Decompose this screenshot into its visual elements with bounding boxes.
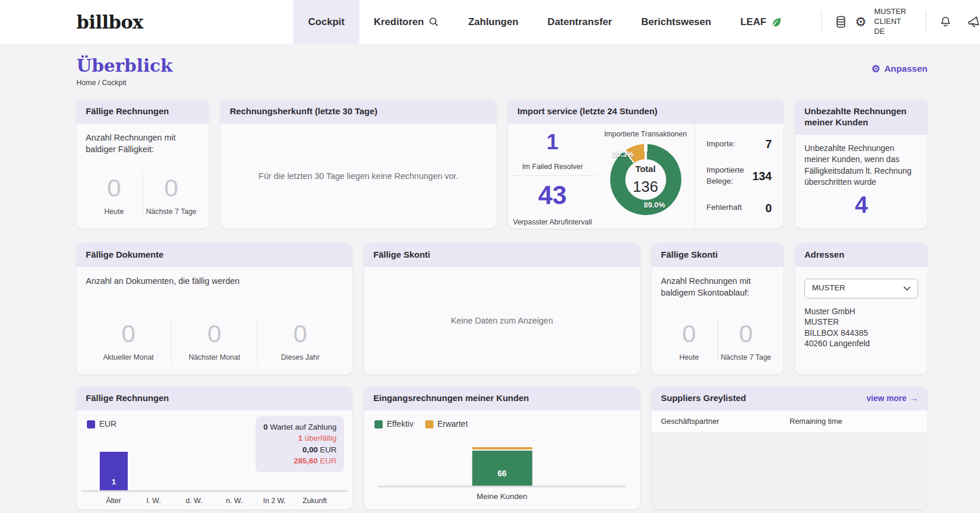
page-header: Überblick Home / Cockpit ⚙ Anpassen	[76, 55, 928, 87]
legend-swatch	[374, 420, 383, 428]
count-label: Dieses Jahr	[258, 353, 343, 363]
nav-tab-datentransfer[interactable]: Datentransfer	[533, 0, 627, 44]
detail-row: Importe: 7	[706, 136, 772, 152]
card-title: Fällige Rechnungen	[76, 386, 352, 410]
nav-tab-zahlungen[interactable]: Zahlungen	[454, 0, 533, 44]
nav-tab-leaf[interactable]: LEAF	[726, 0, 796, 44]
bar-segment-effektiv: 66	[472, 451, 532, 486]
import-stats: 1 Im Failed Resolver 43 Verpasster Abruf…	[508, 124, 597, 229]
top-nav: billbox Cockpit Kreditoren Zahlungen Dat…	[0, 0, 980, 44]
count-item: 0 Nächster Monat	[171, 318, 257, 364]
count-value: 0	[172, 320, 257, 347]
address-select-value: MUSTER	[812, 283, 845, 294]
card-title: Fällige Rechnungen	[76, 100, 209, 124]
donut-title: Importierte Transaktionen	[604, 129, 687, 140]
nav-tabs: Cockpit Kreditoren Zahlungen Datentransf…	[293, 0, 796, 44]
bar-segment-erwartet	[472, 447, 532, 449]
nav-tab-berichtswesen[interactable]: Berichtswesen	[626, 0, 726, 44]
stat-label: Verpasster Abrufintervall	[508, 217, 597, 228]
nav-tab-label: Cockpit	[308, 16, 344, 28]
card-title: Fällige Skonti	[364, 243, 640, 267]
column-header-remaining-time: Remaining time	[790, 416, 919, 427]
address-line: BILLBOX 844385	[804, 328, 918, 338]
x-axis-line	[81, 490, 348, 492]
import-details: Importe: 7 Importierte Belege: 134 Fehle…	[695, 124, 783, 229]
bar-value-label: 66	[498, 468, 507, 480]
card-title: Fällige Dokumente	[76, 243, 352, 267]
client-name: MUSTER CLIENT DE	[874, 7, 913, 37]
count-item: 0 Dieses Jahr	[257, 318, 343, 364]
leaf-icon	[771, 16, 782, 28]
card-description: Anzahl Rechnungen mit baldiger Fälligkei…	[86, 132, 200, 156]
settings-gear-icon[interactable]: ⚙	[851, 12, 871, 32]
chevron-down-icon	[904, 286, 911, 291]
billbox-logo[interactable]: billbox	[76, 12, 143, 33]
chart-legend: EUR	[87, 419, 117, 430]
detail-row: Importierte Belege: 134	[706, 165, 772, 187]
stat-missed-interval: 43 Verpasster Abrufintervall	[508, 176, 597, 229]
x-axis-labels: Älter l. W. d. W. n. W. In 2 W. Zukunft	[93, 496, 335, 507]
search-icon	[428, 16, 439, 27]
infobox-line: 285,60 EUR	[263, 455, 337, 467]
card-faellige-skonti-empty: Fällige Skonti Keine Daten zum Anzeigen	[364, 243, 640, 374]
detail-label: Fehlerhaft	[706, 202, 742, 213]
address-select[interactable]: MUSTER	[804, 279, 918, 298]
notifications-bell-icon[interactable]	[936, 12, 956, 32]
nav-tab-kreditoren[interactable]: Kreditoren	[359, 0, 454, 44]
unpaid-count-value: 4	[804, 188, 918, 221]
card-description: Anzahl an Dokumenten, die fällig werden	[86, 275, 343, 287]
chart-legend: Effektiv Erwartet	[374, 419, 468, 430]
card-rechnungsherkunft: Rechnungsherkunft (letzte 30 Tage) Für d…	[220, 100, 496, 229]
gear-icon: ⚙	[872, 64, 880, 74]
address-line: Muster GmbH	[804, 306, 918, 317]
payment-status-infobox: 0 Wartet auf Zahlung 1 überfällig 0,00 E…	[256, 416, 344, 472]
nav-divider	[821, 10, 822, 34]
count-item: 0 Nächste 7 Tage	[718, 318, 775, 364]
donut-center-label: Total	[635, 163, 656, 175]
card-title: Fällige Skonti	[652, 243, 783, 267]
table-header-row: Geschäftspartner Remaining time	[652, 410, 928, 433]
counts: 0 Heute 0 Nächste 7 Tage	[86, 172, 200, 220]
card-title: Import service (letzte 24 Stunden)	[508, 100, 783, 124]
donut-total-value: 136	[633, 176, 658, 197]
count-value: 0	[143, 174, 200, 202]
stat-value: 1	[547, 127, 559, 157]
card-adressen: Adressen MUSTER Muster GmbH MUSTER BILLB…	[795, 243, 928, 374]
count-item: 0 Heute	[661, 318, 718, 364]
stat-value: 43	[538, 177, 567, 213]
count-value: 0	[718, 320, 775, 347]
card-title: Eingangsrechnungen meiner Kunden	[364, 386, 640, 410]
bar-meine-kunden[interactable]: 66	[472, 447, 532, 486]
address-line: MUSTER	[804, 317, 918, 327]
detail-value: 134	[752, 168, 772, 184]
legend-item-erwartet: Erwartet	[425, 419, 468, 430]
count-item: 0 Nächste 7 Tage	[142, 172, 200, 218]
announcements-megaphone-icon[interactable]	[964, 12, 980, 32]
count-label: Aktueller Monat	[86, 353, 171, 363]
card-title: Unbezahlte Rechnungen meiner Kunden	[795, 100, 928, 135]
breadcrumb[interactable]: Home / Cockpit	[76, 79, 173, 87]
donut-slice-label-orange: 10.3%	[612, 149, 634, 160]
view-more-link[interactable]: view more →	[867, 393, 918, 404]
x-tick-label: d. W.	[174, 496, 214, 507]
nav-tab-cockpit[interactable]: Cockpit	[293, 0, 359, 44]
bar-value-label: 1	[111, 477, 116, 488]
imported-transactions-donut-chart[interactable]: Total 136 89.0% 10.3%	[610, 144, 681, 215]
nav-tab-label: Kreditoren	[374, 16, 424, 28]
infobox-line: 0 Wartet auf Zahlung	[263, 421, 337, 433]
card-title: Suppliers Greylisted	[661, 393, 746, 404]
card-title: Rechnungsherkunft (letzte 30 Tage)	[220, 100, 496, 124]
card-suppliers-greylisted: Suppliers Greylisted view more → Geschäf…	[652, 386, 928, 510]
nav-right-group: ⚙ MUSTER CLIENT DE SK	[812, 0, 980, 44]
customize-button[interactable]: ⚙ Anpassen	[872, 64, 928, 74]
address-line: 40260 Langenfeld	[804, 338, 918, 349]
x-tick-label: n. W.	[214, 496, 254, 507]
bar-aelter[interactable]: 1	[100, 452, 128, 490]
legend-label: Erwartet	[438, 419, 468, 430]
count-label: Heute	[86, 207, 142, 217]
detail-label: Importe:	[706, 139, 736, 150]
card-faellige-rechnungen: Fällige Rechnungen Anzahl Rechnungen mit…	[76, 100, 209, 229]
database-icon[interactable]	[831, 12, 851, 32]
count-label: Heute	[661, 353, 718, 363]
stat-label: Im Failed Resolver	[517, 162, 587, 173]
